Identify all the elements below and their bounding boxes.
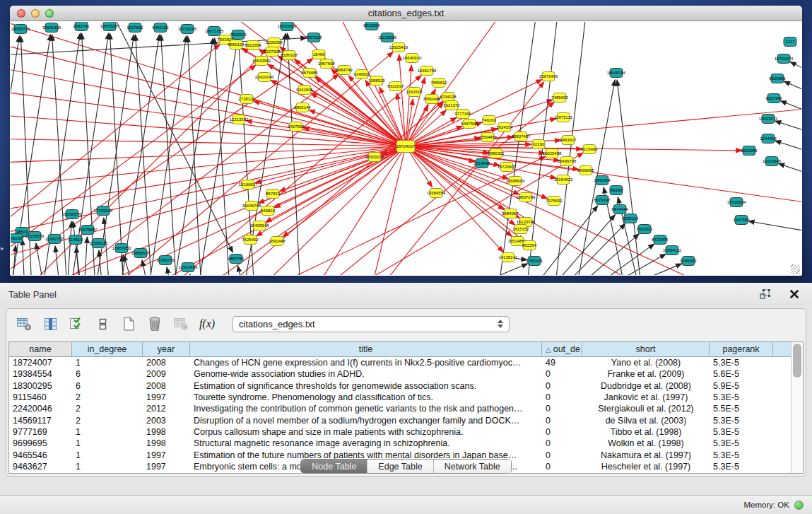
graph-node[interactable]: 949822 [261,206,276,216]
graph-node[interactable]: 1824554 [496,123,513,132]
graph-node[interactable]: 18807249 [517,193,536,202]
graph-node[interactable]: 9115460 [582,145,599,154]
graph-edge[interactable] [406,22,505,146]
graph-edge[interactable] [223,102,442,275]
graph-node[interactable]: 8186328 [281,51,298,60]
graph-node[interactable]: 15409948 [250,221,269,230]
graph-node[interactable]: 8990448 [423,95,440,104]
new-column-button[interactable] [119,315,138,333]
graph-node[interactable]: 1588520 [368,76,385,86]
graph-edge[interactable] [167,267,172,275]
table-row[interactable]: 977716911998Corpus callosum shape and si… [9,426,791,438]
graph-node[interactable]: 1783426 [526,257,543,266]
graph-node[interactable]: 6794028 [440,93,457,102]
graph-node[interactable]: 12213382 [230,115,249,124]
graph-node[interactable]: 89388 [610,186,623,195]
graph-edge[interactable] [11,114,406,146]
graph-node[interactable]: 15469 [312,50,325,59]
graph-node[interactable]: 1162615 [406,88,423,97]
graph-node[interactable]: 7625402 [242,235,259,245]
graph-node[interactable]: 7986322 [488,149,505,158]
graph-node[interactable]: 20564456 [478,133,498,142]
graph-node[interactable]: 7557224 [305,33,322,42]
graph-edge[interactable] [784,81,801,98]
graph-edge[interactable] [11,40,406,146]
graph-node[interactable]: 114519 [69,235,83,245]
column-header-name[interactable]: name [9,342,72,356]
close-panel-button[interactable] [785,285,804,303]
tab-node-table[interactable]: Node Table [301,460,367,473]
graph-node[interactable]: 13325419 [389,43,408,52]
graph-node[interactable]: 9327508 [264,47,281,57]
graph-node[interactable]: 9146821 [353,70,370,79]
graph-node[interactable]: 9227349 [765,94,782,103]
graph-node[interactable]: 1615152 [512,225,529,234]
graph-node[interactable]: 62160 [532,140,545,149]
graph-node[interactable]: 852254 [522,241,537,250]
graph-node[interactable]: 33159 [11,234,23,243]
graph-node[interactable]: 1167553 [734,216,751,225]
graph-node[interactable]: 1217 [784,37,796,47]
graph-node[interactable]: 12093572 [759,115,778,124]
graph-node[interactable]: 1621072 [443,101,460,110]
delete-column-button[interactable] [146,315,164,333]
graph-node[interactable]: 2875685 [301,69,318,78]
table-row[interactable]: 1872400712008Changes of HCN gene express… [9,357,791,368]
graph-edge[interactable] [775,121,801,136]
graph-node[interactable]: 1514545 [473,159,490,168]
graph-edge[interactable] [11,139,406,146]
table-row[interactable]: 911546021997Tourette syndrome. Phenomeno… [9,392,791,403]
graph-node[interactable]: 10655287 [100,22,119,31]
graph-edge[interactable] [775,141,801,156]
graph-node[interactable]: 8454749 [336,66,353,75]
graph-node[interactable]: 9242845 [296,86,313,95]
graph-node[interactable]: 1244415 [760,134,777,144]
graph-node[interactable]: 9463627 [560,136,577,145]
graph-node[interactable]: 7975692 [546,197,563,206]
graph-node[interactable]: 16033809 [278,22,297,31]
graph-node[interactable]: 16782759 [156,256,175,265]
graph-edge[interactable] [198,42,237,275]
graph-node[interactable]: 7955812 [430,78,447,88]
splitter-handle[interactable]: ▸ [1,245,4,252]
graph-node[interactable]: 15046788 [242,201,261,211]
graph-node[interactable]: 30975887 [78,226,98,235]
tab-edge-table[interactable]: Edge Table [367,460,433,473]
graph-edge[interactable] [288,33,300,275]
table-selector-dropdown[interactable]: citations_edges.txt [233,316,510,332]
stacked-cells-button[interactable] [93,315,112,333]
function-builder-button[interactable]: f(x) [198,315,216,333]
float-panel-button[interactable] [755,285,774,303]
graph-node[interactable]: 6679197 [594,196,611,205]
graph-edge[interactable] [22,239,25,275]
graph-node[interactable]: 2935114 [623,214,640,223]
graph-node[interactable]: 8471876 [652,235,669,245]
graph-edge[interactable] [11,65,256,262]
graph-node[interactable]: 10958107 [131,249,151,258]
graph-node[interactable]: 8912954 [245,41,261,50]
resize-grip[interactable] [791,264,800,274]
graph-edge[interactable] [406,65,411,146]
graph-edge[interactable] [780,101,801,117]
graph-node[interactable]: 14138141 [499,253,518,262]
graph-edge[interactable] [215,38,230,275]
zoom-button[interactable] [45,9,54,18]
graph-node[interactable]: 15218506 [378,33,397,42]
graph-node[interactable]: 1840954 [594,176,611,185]
table-row[interactable]: 1830029562008Estimation of significance … [9,380,791,392]
graph-node[interactable]: 2803144 [294,103,311,112]
column-header-out_degree[interactable]: △out_de… [542,342,582,356]
graph-node[interactable]: 16648784 [607,69,626,78]
graph-edge[interactable] [120,35,159,275]
graph-edge[interactable] [748,221,801,234]
column-header-title[interactable]: title [190,342,542,356]
tab-network-table[interactable]: Network Table [433,460,511,473]
graph-node[interactable]: 17016504 [727,198,746,207]
graph-edge[interactable] [778,163,801,179]
graph-edge[interactable] [32,146,406,275]
graph-node[interactable]: 10688609 [506,177,525,186]
graph-node[interactable]: 1691448 [269,237,286,246]
graph-node[interactable]: 19384554 [427,189,446,198]
graph-edge[interactable] [399,54,406,146]
graph-node[interactable]: 9860124 [228,40,245,49]
